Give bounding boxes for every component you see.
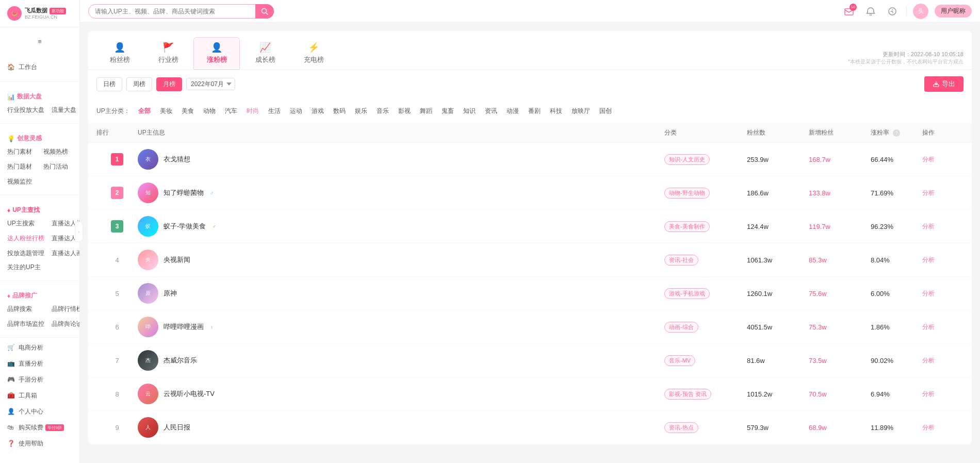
date-select[interactable]: 2022年07月 bbox=[186, 78, 235, 90]
cat-sport[interactable]: 运动 bbox=[286, 105, 306, 117]
cat-film[interactable]: 影视 bbox=[394, 105, 415, 117]
tab-fans-label: 粉丝榜 bbox=[110, 55, 130, 64]
bell-button[interactable] bbox=[885, 4, 900, 19]
sidebar-item-topic-manage[interactable]: 投放选题管理 bbox=[4, 246, 47, 260]
tab-rise[interactable]: 👤 涨粉榜 bbox=[193, 37, 240, 70]
cat-life[interactable]: 生活 bbox=[264, 105, 285, 117]
cat-cinema[interactable]: 放映厅 bbox=[567, 105, 594, 117]
export-button[interactable]: 导出 bbox=[924, 76, 963, 92]
up-info-4: 央 央视新闻 bbox=[138, 250, 664, 270]
update-info: 更新时间：2022-08-10 10:05:18 *本榜是采源于公开数据，不代表… bbox=[848, 51, 963, 70]
growth-rate-info-icon[interactable]: ? bbox=[893, 129, 900, 137]
sidebar-item-ecommerce[interactable]: 🛒 电商分析 bbox=[0, 340, 79, 356]
avatar-9: 人 bbox=[138, 417, 158, 438]
cat-news[interactable]: 资讯 bbox=[481, 105, 501, 117]
new-fans-5: 75.6w bbox=[809, 290, 871, 297]
rank-num-5: 5 bbox=[115, 290, 119, 297]
sidebar-item-hot-topic[interactable]: 热门题材 bbox=[4, 160, 39, 174]
sidebar-item-live[interactable]: 📺 直播分析 bbox=[0, 356, 79, 372]
cat-anime[interactable]: 动漫 bbox=[502, 105, 523, 117]
fans-9: 579.3w bbox=[747, 424, 809, 432]
menu-toggle-icon[interactable]: ≡ bbox=[32, 34, 47, 49]
cat-digital[interactable]: 数码 bbox=[329, 105, 350, 117]
tab-growth[interactable]: 📈 成长榜 bbox=[242, 37, 288, 70]
sidebar-item-traffic[interactable]: 流量大盘 bbox=[48, 103, 79, 117]
tab-charge[interactable]: ⚡ 充电榜 bbox=[290, 37, 337, 70]
analyze-btn-9[interactable]: 分析 bbox=[922, 424, 935, 431]
username-label[interactable]: 用户昵称 bbox=[935, 5, 972, 18]
cat-tech[interactable]: 科技 bbox=[546, 105, 566, 117]
new-fans-9: 68.9w bbox=[809, 424, 871, 432]
sidebar-item-help[interactable]: ❓ 使用帮助 bbox=[0, 436, 79, 452]
sidebar-item-video-hot[interactable]: 视频热榜 bbox=[40, 145, 75, 159]
sidebar-item-brand-opinion[interactable]: 品牌舆论诊断 bbox=[48, 317, 80, 331]
cat-guochuang[interactable]: 国创 bbox=[595, 105, 616, 117]
sidebar-item-fans-rank[interactable]: 达人粉丝行榜 bbox=[4, 231, 47, 245]
cat-food[interactable]: 美食 bbox=[177, 105, 198, 117]
gender-icon-3: ♂ bbox=[212, 224, 216, 229]
gender-icon-6: ♀ bbox=[210, 324, 214, 330]
search-button[interactable] bbox=[255, 4, 274, 19]
cat-music[interactable]: 音乐 bbox=[372, 105, 393, 117]
cat-knowledge[interactable]: 知识 bbox=[459, 105, 480, 117]
sidebar-item-live-portrait[interactable]: 直播达人画 bbox=[48, 246, 80, 260]
update-time: 更新时间：2022-08-10 10:05:18 bbox=[848, 51, 963, 58]
filter-monthly[interactable]: 月榜 bbox=[156, 77, 182, 91]
analyze-btn-5[interactable]: 分析 bbox=[922, 290, 935, 297]
rank-cell-4: 4 bbox=[96, 256, 138, 264]
analyze-btn-2[interactable]: 分析 bbox=[922, 189, 935, 196]
cat-game[interactable]: 游戏 bbox=[307, 105, 328, 117]
sidebar-item-tools[interactable]: 🧰 工具箱 bbox=[0, 388, 79, 404]
sidebar-item-video-monitor[interactable]: 视频监控 bbox=[4, 175, 39, 189]
sidebar-collapse-button[interactable]: ‹ bbox=[75, 221, 83, 242]
sidebar-item-hot-material[interactable]: 热门素材 bbox=[4, 145, 39, 159]
tab-fans[interactable]: 👤 粉丝榜 bbox=[96, 37, 143, 70]
fans-1: 253.9w bbox=[747, 156, 809, 163]
sidebar-item-profile[interactable]: 👤 个人中心 bbox=[0, 404, 79, 420]
tab-industry-icon: 🚩 bbox=[162, 42, 174, 53]
tag-cell-8: 影视-预告 资讯 bbox=[664, 389, 747, 400]
cat-beauty[interactable]: 美妆 bbox=[156, 105, 176, 117]
search-input[interactable] bbox=[88, 4, 274, 19]
tab-industry[interactable]: 🚩 行业榜 bbox=[145, 37, 191, 70]
analyze-btn-1[interactable]: 分析 bbox=[922, 156, 935, 163]
avatar-button[interactable]: 头 bbox=[913, 4, 928, 19]
analyze-btn-3[interactable]: 分析 bbox=[922, 223, 935, 230]
up-name-1: 衣戈猜想 bbox=[164, 155, 190, 164]
category-row: UP主分类： 全部 美妆 美食 动物 汽车 时尚 生活 运动 游戏 数码 娱乐 … bbox=[88, 102, 972, 122]
cat-animal[interactable]: 动物 bbox=[199, 105, 220, 117]
tag-4: 资讯-社会 bbox=[664, 255, 698, 266]
cat-entertainment[interactable]: 娱乐 bbox=[351, 105, 371, 117]
sidebar-item-up-search[interactable]: UP主搜索 bbox=[4, 217, 47, 230]
sidebar-item-brand-rank[interactable]: 品牌行情榜 bbox=[48, 302, 80, 316]
analyze-btn-7[interactable]: 分析 bbox=[922, 357, 935, 364]
cat-car[interactable]: 汽车 bbox=[221, 105, 241, 117]
sidebar-item-brand-search[interactable]: 品牌搜索 bbox=[4, 302, 47, 316]
analyze-btn-8[interactable]: 分析 bbox=[922, 390, 935, 398]
sidebar-item-brand-monitor[interactable]: 品牌市场监控 bbox=[4, 317, 47, 331]
notification-button[interactable] bbox=[863, 4, 878, 19]
sidebar-item-purchase[interactable]: 🛍 购买续费 年付9折 bbox=[0, 420, 79, 436]
sidebar-item-industry-delivery[interactable]: 行业投放大盘 bbox=[4, 103, 47, 117]
up-info-1: 衣 衣戈猜想 bbox=[138, 149, 664, 170]
sidebar-item-hot-activity[interactable]: 热门活动 bbox=[40, 160, 75, 174]
avatar-7: 杰 bbox=[138, 350, 158, 371]
sidebar-item-follow-up[interactable]: 关注的UP主 bbox=[0, 260, 79, 274]
sidebar-item-game[interactable]: 🎮 手游分析 bbox=[0, 372, 79, 388]
cat-dance[interactable]: 舞蹈 bbox=[416, 105, 436, 117]
mail-button[interactable]: 10 bbox=[841, 4, 857, 19]
cat-fashion[interactable]: 时尚 bbox=[242, 105, 263, 117]
rank-badge-2: 2 bbox=[111, 187, 123, 199]
cat-weird[interactable]: 鬼畜 bbox=[437, 105, 458, 117]
analyze-btn-4[interactable]: 分析 bbox=[922, 256, 935, 263]
tag-8: 影视-预告 资讯 bbox=[664, 389, 711, 400]
cat-all[interactable]: 全部 bbox=[134, 105, 155, 117]
cat-bangumi[interactable]: 番剧 bbox=[524, 105, 545, 117]
analyze-btn-6[interactable]: 分析 bbox=[922, 323, 935, 330]
sidebar-item-workspace[interactable]: 🏠 工作台 bbox=[0, 59, 79, 75]
filter-daily[interactable]: 日榜 bbox=[96, 77, 122, 91]
topbar-right: 10 头 用户昵称 bbox=[841, 4, 972, 19]
filter-weekly[interactable]: 周榜 bbox=[126, 77, 152, 91]
sidebar-brand-children: 品牌搜索 品牌行情榜 品牌市场监控 品牌舆论诊断 bbox=[0, 302, 79, 331]
sidebar-group-data: 📊 数据大盘 bbox=[0, 88, 79, 103]
